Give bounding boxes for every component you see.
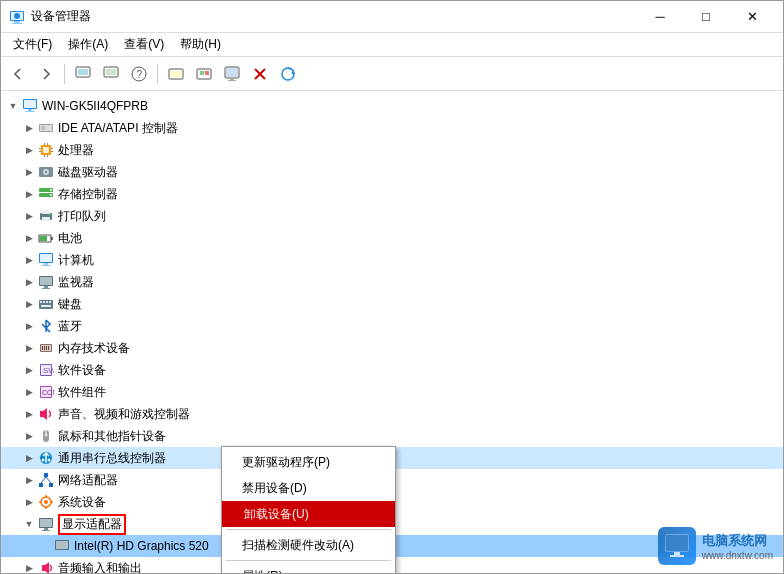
help-button[interactable]: ? [126,61,152,87]
ctx-separator [226,529,391,530]
svg-rect-60 [40,277,52,285]
device-manager-window: 设备管理器 ─ □ ✕ 文件(F) 操作(A) 查看(V) 帮助(H) [0,0,784,574]
tb-icon-monitor[interactable] [219,61,245,87]
tree-item-memory[interactable]: ▶ 内存技术设备 [1,337,783,359]
window-title: 设备管理器 [31,8,91,25]
print-label: 打印队列 [58,208,106,225]
memory-expand: ▶ [21,340,37,356]
svg-rect-27 [25,111,35,112]
svg-rect-71 [42,346,43,350]
watermark-title: 电脑系统网 [702,532,773,550]
maximize-button[interactable]: □ [683,1,729,33]
computer-icon [37,252,55,268]
tree-item-keyboard[interactable]: ▶ 键盘 [1,293,783,315]
svg-rect-2 [12,23,22,24]
ctx-scan[interactable]: 扫描检测硬件改动(A) [222,532,395,558]
tree-item-monitor[interactable]: ▶ 监视器 [1,271,783,293]
svg-rect-35 [51,148,53,149]
tree-root[interactable]: ▼ WIN-GK5II4QFPRB [1,95,783,117]
svg-rect-109 [666,535,688,551]
menu-file[interactable]: 文件(F) [5,34,60,55]
root-computer-icon [21,98,39,114]
svg-rect-37 [44,143,45,145]
ctx-uninstall[interactable]: 卸载设备(U) [222,501,395,527]
tree-item-ide[interactable]: ▶ IDE ATA/ATAPI 控制器 [1,117,783,139]
bluetooth-label: 蓝牙 [58,318,82,335]
svg-rect-103 [56,541,68,549]
sound-label: 声音、视频和游戏控制器 [58,406,190,423]
svg-rect-8 [106,69,116,75]
close-button[interactable]: ✕ [729,1,775,33]
menu-view[interactable]: 查看(V) [116,34,172,55]
svg-rect-65 [43,301,45,303]
display-icon [37,516,55,532]
svg-line-91 [46,477,51,483]
forward-button[interactable] [33,61,59,87]
svg-rect-34 [39,151,41,152]
tree-item-mouse[interactable]: ▶ 鼠标和其他指针设备 [1,425,783,447]
svg-rect-40 [47,155,48,157]
tb-icon1[interactable] [70,61,96,87]
refresh-button[interactable] [275,61,301,87]
system-expand: ▶ [21,494,37,510]
svg-text:SW: SW [43,366,54,375]
svg-rect-89 [49,483,53,487]
system-icon [37,494,55,510]
svg-rect-62 [42,288,50,289]
mouse-icon [37,428,55,444]
tree-item-bluetooth[interactable]: ▶ 蓝牙 [1,315,783,337]
root-label: WIN-GK5II4QFPRB [42,99,148,113]
title-bar-left: 设备管理器 [9,8,637,25]
root-expand-icon: ▼ [5,98,21,114]
tb-icon4[interactable] [191,61,217,87]
svg-point-85 [42,459,45,462]
svg-rect-49 [42,210,50,214]
tb-icon2[interactable] [98,61,124,87]
audio-icon [37,560,55,573]
battery-expand: ▶ [21,230,37,246]
ctx-update[interactable]: 更新驱动程序(P) [222,449,395,475]
toolbar-sep1 [64,64,65,84]
svg-rect-25 [24,100,36,108]
bluetooth-expand: ▶ [21,318,37,334]
minimize-button[interactable]: ─ [637,1,683,33]
tree-item-disk[interactable]: ▶ 磁盘驱动器 [1,161,783,183]
menu-action[interactable]: 操作(A) [60,34,116,55]
delete-button[interactable] [247,61,273,87]
svg-rect-66 [46,301,48,303]
tree-item-sound[interactable]: ▶ 声音、视频和游戏控制器 [1,403,783,425]
sound-icon [37,406,55,422]
ide-icon [37,120,55,136]
svg-rect-57 [44,263,48,265]
tree-item-computer[interactable]: ▶ 计算机 [1,249,783,271]
tree-item-print[interactable]: ▶ 打印队列 [1,205,783,227]
svg-text:COM: COM [42,389,54,396]
svg-rect-17 [226,68,238,77]
svg-rect-54 [51,237,53,240]
svg-rect-36 [51,151,53,152]
svg-line-90 [41,477,46,483]
tree-item-software[interactable]: ▶ SW 软件设备 [1,359,783,381]
ide-expand: ▶ [21,120,37,136]
watermark-icon [658,527,696,565]
svg-point-93 [44,500,48,504]
svg-rect-30 [41,126,45,130]
display-label: 显示适配器 [58,514,126,535]
network-icon [37,472,55,488]
tree-item-battery[interactable]: ▶ 电池 [1,227,783,249]
tb-icon3[interactable] [163,61,189,87]
usb-icon [37,450,55,466]
menu-bar: 文件(F) 操作(A) 查看(V) 帮助(H) [1,33,783,57]
svg-point-43 [45,171,47,173]
svg-point-86 [48,459,51,462]
memory-label: 内存技术设备 [58,340,130,357]
menu-help[interactable]: 帮助(H) [172,34,229,55]
tree-item-storage[interactable]: ▶ 存储控制器 [1,183,783,205]
storage-label: 存储控制器 [58,186,118,203]
ctx-props[interactable]: 属性(R) [222,563,395,573]
softcomp-icon: COM [37,384,55,400]
ctx-disable[interactable]: 禁用设备(D) [222,475,395,501]
tree-item-softcomp[interactable]: ▶ COM 软件组件 [1,381,783,403]
tree-item-cpu[interactable]: ▶ 处理器 [1,139,783,161]
back-button[interactable] [5,61,31,87]
